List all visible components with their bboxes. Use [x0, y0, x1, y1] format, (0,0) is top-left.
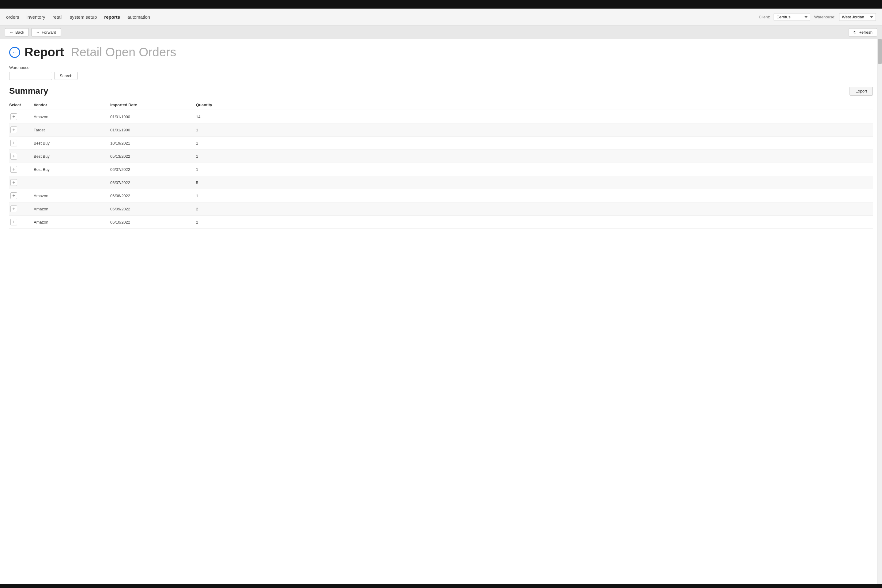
nav-reports[interactable]: reports — [104, 13, 120, 21]
col-vendor: Vendor — [34, 100, 110, 110]
main-content: ← Report Retail Open Orders Warehouse: S… — [0, 39, 882, 584]
table-row: +Target01/01/19001 — [9, 123, 873, 136]
quantity-cell: 1 — [196, 189, 873, 202]
vendor-cell: Amazon — [34, 110, 110, 123]
forward-arrow-icon: → — [36, 30, 40, 34]
refresh-label: Refresh — [858, 30, 873, 34]
vendor-cell: Amazon — [34, 216, 110, 229]
date-cell: 06/10/2022 — [110, 216, 196, 229]
quantity-cell: 1 — [196, 136, 873, 150]
table-row: +Best Buy10/19/20211 — [9, 136, 873, 150]
table-row: +Amazon01/01/190014 — [9, 110, 873, 123]
top-bar — [0, 0, 882, 9]
plus-button[interactable]: + — [10, 206, 17, 212]
plus-button[interactable]: + — [10, 166, 17, 173]
vendor-cell: Amazon — [34, 189, 110, 202]
report-back-button[interactable]: ← — [9, 47, 20, 58]
warehouse-filter-label: Warehouse: — [9, 65, 873, 70]
summary-table: Select Vendor Imported Date Quantity +Am… — [9, 100, 873, 229]
vendor-cell: Amazon — [34, 202, 110, 216]
date-cell: 06/07/2022 — [110, 163, 196, 176]
warehouse-filter-input[interactable] — [9, 72, 52, 80]
table-header-row: Select Vendor Imported Date Quantity — [9, 100, 873, 110]
toolbar-left: ← Back → Forward — [5, 28, 61, 36]
vendor-cell: Best Buy — [34, 136, 110, 150]
warehouse-select[interactable]: West Jordan — [839, 13, 876, 21]
date-cell: 01/01/1900 — [110, 123, 196, 136]
search-button[interactable]: Search — [54, 72, 78, 80]
nav-inventory[interactable]: inventory — [27, 13, 45, 21]
report-title: Report — [24, 45, 64, 59]
warehouse-label: Warehouse: — [814, 15, 836, 19]
quantity-cell: 1 — [196, 150, 873, 163]
select-cell: + — [9, 123, 34, 136]
vendor-cell: Best Buy — [34, 163, 110, 176]
date-cell: 05/13/2022 — [110, 150, 196, 163]
nav-bar: orders inventory retail system setup rep… — [0, 9, 882, 26]
date-cell: 10/19/2021 — [110, 136, 196, 150]
select-cell: + — [9, 136, 34, 150]
nav-retail[interactable]: retail — [52, 13, 63, 21]
select-cell: + — [9, 176, 34, 189]
client-select[interactable]: Cerritus — [774, 13, 810, 21]
date-cell: 06/09/2022 — [110, 202, 196, 216]
scrollbar[interactable] — [877, 39, 882, 584]
back-button[interactable]: ← Back — [5, 28, 29, 36]
table-row: +Amazon06/08/20221 — [9, 189, 873, 202]
vendor-cell — [34, 176, 110, 189]
quantity-cell: 1 — [196, 123, 873, 136]
export-button[interactable]: Export — [849, 87, 873, 96]
nav-system-setup[interactable]: system setup — [70, 13, 97, 21]
plus-button[interactable]: + — [10, 192, 17, 199]
refresh-icon: ↻ — [853, 30, 856, 34]
scrollbar-thumb[interactable] — [878, 39, 882, 64]
vendor-cell: Best Buy — [34, 150, 110, 163]
quantity-cell: 5 — [196, 176, 873, 189]
summary-header-row: Summary Export — [9, 86, 873, 96]
nav-right: Client: Cerritus Warehouse: West Jordan — [759, 13, 876, 21]
client-label: Client: — [759, 15, 770, 19]
table-row: +Amazon06/10/20222 — [9, 216, 873, 229]
summary-title: Summary — [9, 86, 48, 96]
plus-button[interactable]: + — [10, 153, 17, 159]
toolbar-right: ↻ Refresh — [849, 28, 877, 36]
select-cell: + — [9, 110, 34, 123]
plus-button[interactable]: + — [10, 113, 17, 120]
back-arrow-icon: ← — [9, 30, 14, 34]
report-header: ← Report Retail Open Orders — [9, 45, 873, 59]
vendor-cell: Target — [34, 123, 110, 136]
plus-button[interactable]: + — [10, 140, 17, 146]
filter-row: Search — [9, 72, 873, 80]
bottom-bar — [0, 584, 882, 588]
date-cell: 06/07/2022 — [110, 176, 196, 189]
toolbar: ← Back → Forward ↻ Refresh — [0, 26, 882, 39]
quantity-cell: 1 — [196, 163, 873, 176]
refresh-button[interactable]: ↻ Refresh — [849, 28, 877, 36]
table-row: +06/07/20225 — [9, 176, 873, 189]
quantity-cell: 2 — [196, 216, 873, 229]
date-cell: 06/08/2022 — [110, 189, 196, 202]
plus-button[interactable]: + — [10, 219, 17, 225]
select-cell: + — [9, 163, 34, 176]
table-row: +Amazon06/09/20222 — [9, 202, 873, 216]
plus-button[interactable]: + — [10, 179, 17, 186]
plus-button[interactable]: + — [10, 126, 17, 133]
date-cell: 01/01/1900 — [110, 110, 196, 123]
nav-orders[interactable]: orders — [6, 13, 19, 21]
col-quantity: Quantity — [196, 100, 873, 110]
forward-label: Forward — [42, 30, 56, 34]
back-circle-icon: ← — [12, 49, 18, 56]
table-row: +Best Buy06/07/20221 — [9, 163, 873, 176]
select-cell: + — [9, 150, 34, 163]
col-imported-date: Imported Date — [110, 100, 196, 110]
nav-links: orders inventory retail system setup rep… — [6, 13, 759, 21]
nav-automation[interactable]: automation — [128, 13, 150, 21]
select-cell: + — [9, 189, 34, 202]
forward-button[interactable]: → Forward — [31, 28, 61, 36]
back-label: Back — [15, 30, 24, 34]
col-select: Select — [9, 100, 34, 110]
report-subtitle: Retail Open Orders — [71, 45, 176, 59]
quantity-cell: 14 — [196, 110, 873, 123]
quantity-cell: 2 — [196, 202, 873, 216]
table-row: +Best Buy05/13/20221 — [9, 150, 873, 163]
